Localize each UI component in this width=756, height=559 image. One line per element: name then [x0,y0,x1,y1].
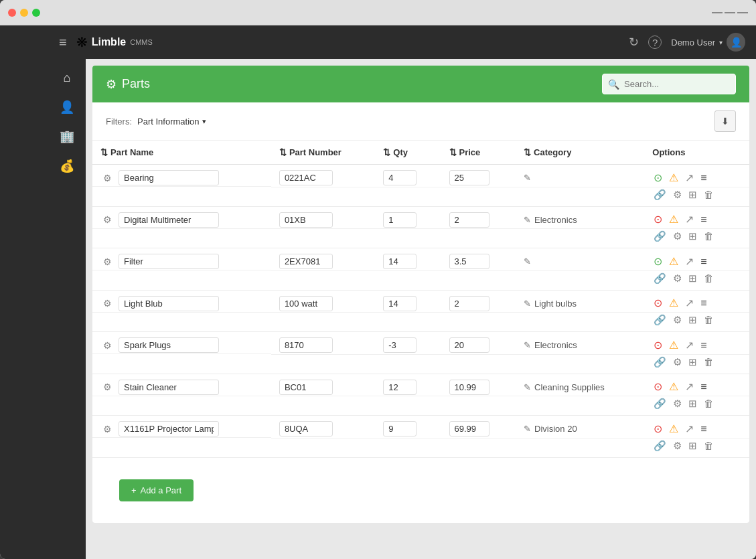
grid-button[interactable]: ⊞ [687,230,698,242]
link-button[interactable]: 🔗 [652,230,668,242]
row-gear-button[interactable]: ⚙ [100,171,115,185]
sidebar-item-parts[interactable]: 💰 [54,153,80,179]
price-input[interactable] [449,421,489,436]
title-bar-menu-icon[interactable] [712,12,748,13]
price-input[interactable] [449,296,489,311]
part-name-input[interactable] [119,254,219,269]
row-gear-button[interactable]: ⚙ [100,213,115,226]
row-gear-button[interactable]: ⚙ [100,422,115,436]
chart-button[interactable]: ↗ [684,297,695,310]
settings-button[interactable]: ⚙ [672,397,683,410]
settings-button[interactable]: ⚙ [672,313,683,326]
add-part-button[interactable]: + Add a Part [119,479,194,501]
status-circle-button[interactable]: ⊙ [652,339,664,352]
help-icon[interactable]: ? [648,35,662,49]
warning-button[interactable]: ⚠ [668,213,680,226]
export-button[interactable]: ⬇ [714,110,736,132]
col-qty[interactable]: ⇅ Qty [375,141,441,165]
qty-input[interactable] [383,421,417,436]
list-button[interactable]: ≡ [699,380,708,394]
refresh-icon[interactable]: ↻ [629,35,639,50]
list-button[interactable]: ≡ [699,171,708,185]
grid-button[interactable]: ⊞ [687,439,698,452]
qty-input[interactable] [383,296,417,311]
delete-button[interactable]: 🗑 [702,272,715,285]
status-circle-button[interactable]: ⊙ [652,297,664,310]
price-input[interactable] [449,380,489,395]
delete-button[interactable]: 🗑 [702,313,715,326]
link-button[interactable]: 🔗 [652,313,668,326]
price-input[interactable] [449,212,489,228]
row-gear-button[interactable]: ⚙ [100,297,115,310]
price-input[interactable] [449,170,489,185]
col-category[interactable]: ⇅ Category [516,141,644,165]
link-button[interactable]: 🔗 [652,188,668,201]
status-circle-button[interactable]: ⊙ [652,380,664,394]
list-button[interactable]: ≡ [699,422,708,436]
list-button[interactable]: ≡ [699,339,708,352]
warning-button[interactable]: ⚠ [668,339,680,352]
close-button[interactable] [8,9,16,17]
row-gear-button[interactable]: ⚙ [100,380,115,394]
link-button[interactable]: 🔗 [652,397,668,410]
part-number-input[interactable] [279,421,333,436]
link-button[interactable]: 🔗 [652,272,668,285]
row-gear-button[interactable]: ⚙ [100,339,115,352]
search-input[interactable] [602,74,736,94]
settings-button[interactable]: ⚙ [672,355,683,368]
part-name-input[interactable] [119,296,219,311]
list-button[interactable]: ≡ [699,255,708,268]
settings-button[interactable]: ⚙ [672,188,683,201]
qty-input[interactable] [383,380,417,395]
part-number-input[interactable] [279,170,333,185]
part-name-input[interactable] [119,170,219,185]
maximize-button[interactable] [32,9,40,17]
part-number-input[interactable] [279,337,333,353]
sidebar-item-assets[interactable]: 🏢 [54,123,80,150]
link-button[interactable]: 🔗 [652,355,668,368]
user-menu[interactable]: Demo User ▾ 👤 [671,33,745,52]
status-circle-button[interactable]: ⊙ [652,171,664,185]
chart-button[interactable]: ↗ [684,171,695,185]
delete-button[interactable]: 🗑 [702,188,715,201]
settings-button[interactable]: ⚙ [672,272,683,285]
part-name-input[interactable] [119,380,219,395]
qty-input[interactable] [383,254,417,269]
grid-button[interactable]: ⊞ [687,313,698,326]
delete-button[interactable]: 🗑 [702,355,715,368]
grid-button[interactable]: ⊞ [687,272,698,285]
settings-button[interactable]: ⚙ [672,230,683,242]
chart-button[interactable]: ↗ [684,339,695,352]
minimize-button[interactable] [20,9,28,17]
status-circle-button[interactable]: ⊙ [652,213,664,226]
col-part-name[interactable]: ⇅ Part Name [92,141,271,165]
chart-button[interactable]: ↗ [684,380,695,394]
list-button[interactable]: ≡ [699,213,708,226]
warning-button[interactable]: ⚠ [668,171,680,185]
settings-button[interactable]: ⚙ [672,439,683,452]
qty-input[interactable] [383,212,417,228]
list-button[interactable]: ≡ [699,297,708,310]
part-name-input[interactable] [119,421,219,436]
chart-button[interactable]: ↗ [684,422,695,436]
part-number-input[interactable] [279,212,333,228]
sidebar-item-home[interactable]: ⌂ [54,64,80,91]
grid-button[interactable]: ⊞ [687,397,698,410]
grid-button[interactable]: ⊞ [687,188,698,201]
price-input[interactable] [449,337,489,353]
part-number-input[interactable] [279,254,333,269]
sidebar-item-users[interactable]: 👤 [54,94,80,121]
warning-button[interactable]: ⚠ [668,297,680,310]
chart-button[interactable]: ↗ [684,213,695,226]
delete-button[interactable]: 🗑 [702,439,715,452]
delete-button[interactable]: 🗑 [702,230,715,242]
status-circle-button[interactable]: ⊙ [652,422,664,436]
warning-button[interactable]: ⚠ [668,255,680,268]
link-button[interactable]: 🔗 [652,439,668,452]
part-number-input[interactable] [279,380,333,395]
qty-input[interactable] [383,170,417,185]
col-part-number[interactable]: ⇅ Part Number [271,141,375,165]
col-price[interactable]: ⇅ Price [441,141,516,165]
delete-button[interactable]: 🗑 [702,397,715,410]
chart-button[interactable]: ↗ [684,255,695,268]
